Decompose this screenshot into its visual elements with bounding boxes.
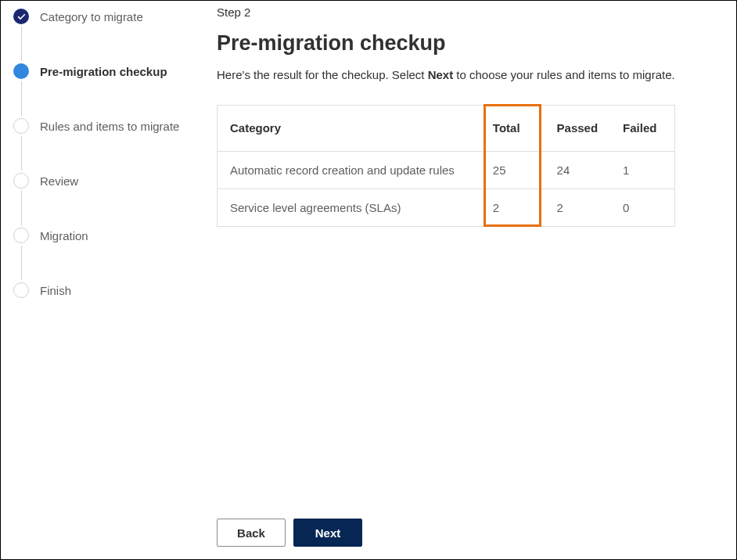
- description-post: to choose your rules and items to migrat…: [453, 68, 674, 81]
- results-table: Category Total Passed Failed Automatic r…: [218, 106, 674, 226]
- cell-passed: 2: [545, 188, 611, 226]
- check-icon: [13, 9, 29, 24]
- pending-step-icon: [13, 118, 29, 134]
- header-failed: Failed: [610, 106, 674, 151]
- results-table-wrapper: Category Total Passed Failed Automatic r…: [217, 105, 675, 227]
- step-label: Finish: [40, 284, 71, 297]
- description-pre: Here's the result for the checkup. Selec…: [217, 68, 428, 81]
- step-connector: [21, 81, 22, 116]
- step-rules-and-items[interactable]: Rules and items to migrate: [13, 116, 204, 136]
- step-label: Category to migrate: [40, 10, 143, 23]
- footer-buttons: Back Next: [217, 509, 721, 559]
- header-total: Total: [480, 106, 545, 151]
- header-passed: Passed: [545, 106, 611, 151]
- table-row[interactable]: Service level agreements (SLAs) 2 2 0: [218, 188, 674, 226]
- step-indicator: Step 2: [217, 5, 721, 19]
- step-connector: [21, 246, 22, 280]
- next-button[interactable]: Next: [293, 519, 362, 547]
- main-content: Step 2 Pre-migration checkup Here's the …: [204, 1, 736, 559]
- cell-total: 25: [480, 151, 545, 188]
- step-pre-migration-checkup[interactable]: Pre-migration checkup: [13, 61, 204, 81]
- step-label: Rules and items to migrate: [40, 120, 179, 133]
- description-bold: Next: [428, 68, 454, 81]
- cell-passed: 24: [545, 151, 611, 188]
- step-category-to-migrate[interactable]: Category to migrate: [13, 6, 204, 27]
- cell-failed: 0: [610, 188, 674, 226]
- back-button[interactable]: Back: [217, 519, 286, 547]
- page-description: Here's the result for the checkup. Selec…: [217, 66, 721, 83]
- step-finish[interactable]: Finish: [13, 280, 204, 300]
- table-row[interactable]: Automatic record creation and update rul…: [218, 151, 674, 188]
- step-migration[interactable]: Migration: [13, 225, 204, 246]
- cell-failed: 1: [610, 151, 674, 188]
- step-connector: [21, 191, 22, 225]
- step-label: Migration: [40, 229, 88, 242]
- header-category: Category: [218, 106, 480, 151]
- cell-category: Service level agreements (SLAs): [218, 188, 480, 226]
- pending-step-icon: [13, 228, 29, 243]
- wizard-stepper: Category to migrate Pre-migration checku…: [1, 1, 204, 559]
- pending-step-icon: [13, 173, 29, 188]
- step-review[interactable]: Review: [13, 171, 204, 191]
- step-label: Review: [40, 174, 78, 188]
- step-label: Pre-migration checkup: [40, 65, 167, 78]
- step-connector: [21, 136, 22, 171]
- current-step-icon: [13, 63, 29, 79]
- cell-category: Automatic record creation and update rul…: [218, 151, 480, 188]
- page-title: Pre-migration checkup: [217, 31, 721, 56]
- table-header-row: Category Total Passed Failed: [218, 106, 674, 151]
- pending-step-icon: [13, 282, 29, 298]
- step-connector: [21, 27, 22, 61]
- cell-total: 2: [480, 188, 545, 226]
